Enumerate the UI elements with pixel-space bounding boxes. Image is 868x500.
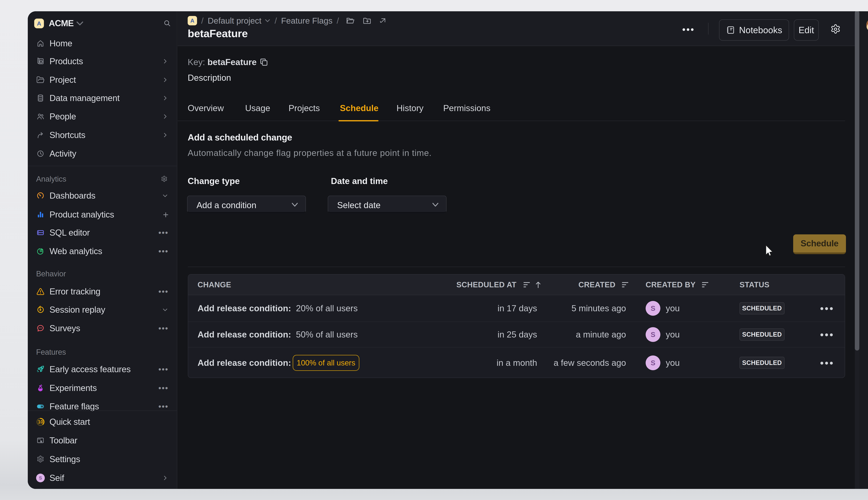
svg-text:10: 10 <box>38 419 43 424</box>
